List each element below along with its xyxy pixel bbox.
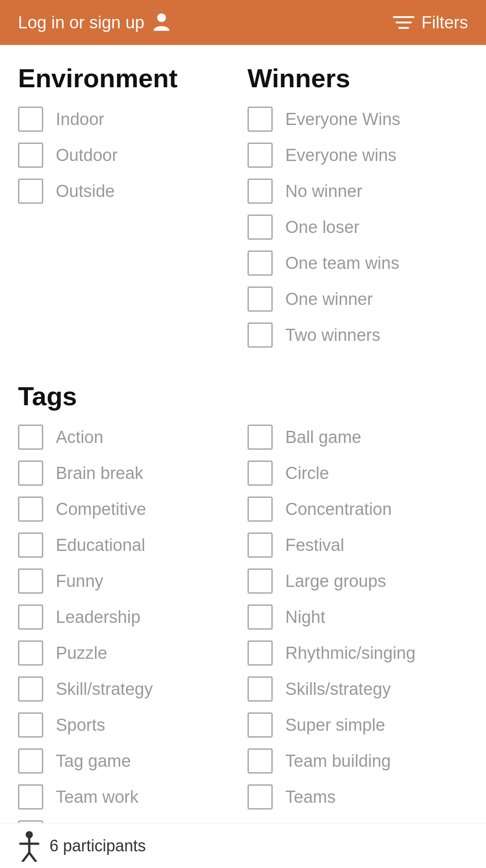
tags-title: Tags <box>18 381 468 411</box>
checkbox-tag-right-0[interactable] <box>248 425 273 450</box>
tag-item-right[interactable]: Super simple <box>248 712 468 738</box>
winners-item[interactable]: Everyone wins <box>248 143 468 168</box>
checkbox-label-tag-right-10: Teams <box>285 787 336 807</box>
checkbox-tag-left-3[interactable] <box>18 532 43 558</box>
tag-item-left[interactable]: Team work <box>18 784 238 810</box>
tag-item-right[interactable]: Team building <box>248 748 468 774</box>
winners-item[interactable]: One loser <box>248 215 468 240</box>
checkbox-label-tag-left-4: Funny <box>56 572 104 591</box>
checkbox-label-tag-left-6: Puzzle <box>56 644 107 663</box>
tag-item-left[interactable]: Funny <box>18 568 238 594</box>
checkbox-winner-0[interactable] <box>248 107 273 132</box>
checkbox-winner-3[interactable] <box>248 215 273 240</box>
checkbox-tag-right-9[interactable] <box>248 748 273 774</box>
winners-item[interactable]: One team wins <box>248 251 468 276</box>
checkbox-tag-right-3[interactable] <box>248 532 273 558</box>
checkbox-tag-right-8[interactable] <box>248 712 273 738</box>
tag-item-right[interactable]: Concentration <box>248 497 468 522</box>
tags-right-col: Ball game Circle Concentration Festival … <box>248 425 468 856</box>
tag-item-right[interactable]: Teams <box>248 784 468 810</box>
environment-item[interactable]: Outside <box>18 179 238 204</box>
checkbox-tag-left-6[interactable] <box>18 640 43 666</box>
checkbox-tag-left-9[interactable] <box>18 748 43 774</box>
tag-item-left[interactable]: Educational <box>18 532 238 558</box>
checkbox-env-1[interactable] <box>18 143 43 168</box>
tag-item-left[interactable]: Competitive <box>18 497 238 522</box>
checkbox-winner-5[interactable] <box>248 286 273 312</box>
checkbox-tag-left-7[interactable] <box>18 676 43 702</box>
checkbox-tag-right-4[interactable] <box>248 568 273 594</box>
filters-label: Filters <box>422 13 468 32</box>
checkbox-label-tag-right-0: Ball game <box>285 428 361 447</box>
tag-item-right[interactable]: Ball game <box>248 425 468 450</box>
tag-item-left[interactable]: Action <box>18 425 238 450</box>
tags-left-col: Action Brain break Competitive Education… <box>18 425 238 856</box>
checkbox-tag-left-8[interactable] <box>18 712 43 738</box>
svg-line-4 <box>22 853 29 862</box>
tag-item-right[interactable]: Rhythmic/singing <box>248 640 468 666</box>
tag-item-right[interactable]: Festival <box>248 532 468 558</box>
tag-item-left[interactable]: Leadership <box>18 604 238 630</box>
tag-item-left[interactable]: Tag game <box>18 748 238 774</box>
checkbox-label-tag-left-7: Skill/strategy <box>56 680 153 699</box>
checkbox-label-env-0: Indoor <box>56 110 104 129</box>
footer: 6 participants <box>0 823 486 868</box>
checkbox-label-winner-4: One team wins <box>285 254 399 273</box>
tag-item-right[interactable]: Night <box>248 604 468 630</box>
checkbox-label-env-1: Outdoor <box>56 146 117 165</box>
tag-item-left[interactable]: Puzzle <box>18 640 238 666</box>
environment-item[interactable]: Indoor <box>18 107 238 132</box>
winners-item[interactable]: One winner <box>248 286 468 312</box>
login-button[interactable]: Log in or sign up <box>18 13 171 32</box>
winners-item[interactable]: Everyone Wins <box>248 107 468 132</box>
checkbox-tag-left-4[interactable] <box>18 568 43 594</box>
checkbox-env-0[interactable] <box>18 107 43 132</box>
checkbox-label-tag-right-5: Night <box>285 608 325 627</box>
checkbox-tag-right-1[interactable] <box>248 461 273 486</box>
checkbox-label-tag-right-1: Circle <box>285 464 329 483</box>
checkbox-label-tag-left-10: Team work <box>56 787 139 807</box>
checkbox-tag-right-2[interactable] <box>248 497 273 522</box>
tags-grid: Action Brain break Competitive Education… <box>18 425 468 856</box>
winners-item[interactable]: Two winners <box>248 322 468 348</box>
checkbox-winner-2[interactable] <box>248 179 273 204</box>
checkbox-label-env-2: Outside <box>56 182 115 201</box>
checkbox-label-winner-5: One winner <box>285 290 373 309</box>
person-icon <box>152 13 171 32</box>
tag-item-right[interactable]: Skills/strategy <box>248 676 468 702</box>
checkbox-tag-left-2[interactable] <box>18 497 43 522</box>
checkbox-label-tag-right-6: Rhythmic/singing <box>285 644 415 663</box>
checkbox-tag-left-1[interactable] <box>18 461 43 486</box>
filters-button[interactable]: Filters <box>393 13 468 32</box>
tag-item-left[interactable]: Skill/strategy <box>18 676 238 702</box>
filter-icon <box>393 13 414 31</box>
environment-item[interactable]: Outdoor <box>18 143 238 168</box>
tag-item-right[interactable]: Large groups <box>248 568 468 594</box>
login-label: Log in or sign up <box>18 13 144 32</box>
checkbox-tag-right-5[interactable] <box>248 604 273 630</box>
checkbox-label-tag-left-0: Action <box>56 428 104 447</box>
svg-line-5 <box>29 853 36 862</box>
checkbox-label-tag-left-1: Brain break <box>56 464 143 483</box>
checkbox-tag-right-7[interactable] <box>248 676 273 702</box>
checkbox-winner-6[interactable] <box>248 322 273 348</box>
checkbox-label-winner-0: Everyone Wins <box>285 110 400 129</box>
tag-item-left[interactable]: Brain break <box>18 461 238 486</box>
checkbox-winner-1[interactable] <box>248 143 273 168</box>
checkbox-label-tag-left-5: Leadership <box>56 608 140 627</box>
checkbox-tag-left-10[interactable] <box>18 784 43 810</box>
checkbox-tag-left-0[interactable] <box>18 425 43 450</box>
checkbox-tag-left-5[interactable] <box>18 604 43 630</box>
checkbox-tag-right-10[interactable] <box>248 784 273 810</box>
environment-title: Environment <box>18 63 238 93</box>
checkbox-label-tag-right-2: Concentration <box>285 500 392 519</box>
checkbox-winner-4[interactable] <box>248 251 273 276</box>
checkbox-tag-right-6[interactable] <box>248 640 273 666</box>
checkbox-env-2[interactable] <box>18 179 43 204</box>
tag-item-right[interactable]: Circle <box>248 461 468 486</box>
checkbox-label-tag-left-2: Competitive <box>56 500 146 519</box>
winners-item[interactable]: No winner <box>248 179 468 204</box>
tag-item-left[interactable]: Sports <box>18 712 238 738</box>
participants-label: 6 participants <box>50 837 146 855</box>
participant-icon <box>18 830 40 862</box>
